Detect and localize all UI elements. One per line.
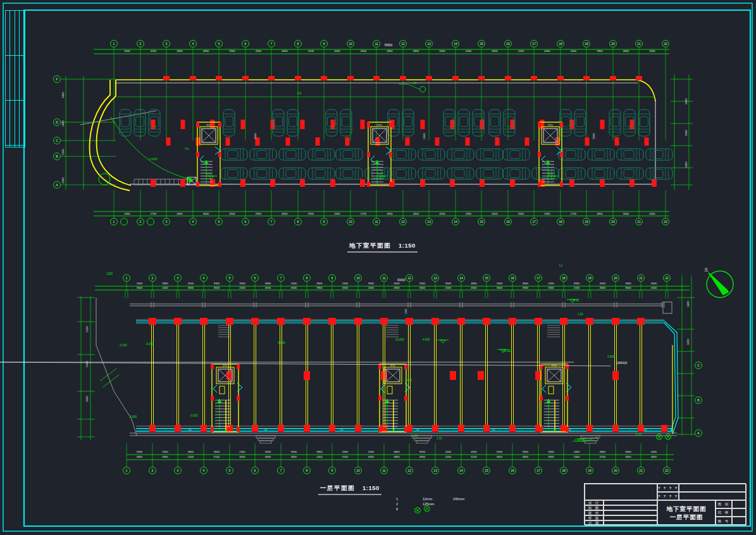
svg-text:2800: 2800 xyxy=(177,49,183,53)
svg-text:B: B xyxy=(56,154,58,158)
svg-text:5: 5 xyxy=(218,220,220,223)
car xyxy=(279,168,306,179)
svg-text:3300: 3300 xyxy=(124,212,130,215)
svg-text:14: 14 xyxy=(459,276,463,280)
svg-text:2400: 2400 xyxy=(497,282,503,285)
svg-text:5500: 5500 xyxy=(423,133,426,139)
svg-text:19: 19 xyxy=(588,276,592,280)
car xyxy=(223,110,235,136)
car xyxy=(250,168,276,179)
svg-text:15: 15 xyxy=(480,42,483,46)
title-block-project-label: ? ? ? ? xyxy=(657,492,679,500)
svg-text:6: 6 xyxy=(254,469,256,472)
svg-text:4800: 4800 xyxy=(265,455,271,458)
svg-text:17: 17 xyxy=(536,276,540,280)
svg-text:2: 2 xyxy=(152,469,154,472)
svg-text:6000: 6000 xyxy=(685,161,688,168)
svg-text:2M6420: 2M6420 xyxy=(617,362,628,365)
svg-text:19: 19 xyxy=(585,42,588,46)
svg-text:2: 2 xyxy=(140,220,142,223)
svg-text:15: 15 xyxy=(480,220,483,223)
title-block-label: 图 号 xyxy=(716,517,732,526)
svg-text:21: 21 xyxy=(637,42,641,46)
svg-text:A: A xyxy=(56,183,58,187)
svg-text:3000: 3000 xyxy=(445,282,452,285)
svg-text:3300: 3300 xyxy=(625,282,631,285)
svg-text:4500: 4500 xyxy=(439,212,445,215)
car xyxy=(389,149,416,160)
svg-text:5500: 5500 xyxy=(592,133,595,139)
svg-text:21: 21 xyxy=(637,220,641,223)
svg-text:3300: 3300 xyxy=(649,49,655,53)
svg-text:3.0: 3.0 xyxy=(297,92,302,95)
svg-text:4100: 4100 xyxy=(518,49,524,53)
svg-text:4000: 4000 xyxy=(124,49,130,53)
svg-text:9: 9 xyxy=(323,220,325,223)
svg-text:6: 6 xyxy=(245,220,247,223)
svg-text:3900: 3900 xyxy=(316,450,323,453)
svg-text:7: 7 xyxy=(280,276,282,280)
svg-text:5: 5 xyxy=(229,276,231,280)
svg-text:2800: 2800 xyxy=(61,120,65,127)
title-block-cell xyxy=(604,520,657,526)
svg-text:3.000: 3.000 xyxy=(130,415,137,419)
car xyxy=(287,110,299,136)
svg-text:3900: 3900 xyxy=(419,455,426,458)
svg-text:1: 1 xyxy=(126,276,128,280)
svg-text:13: 13 xyxy=(433,276,437,280)
svg-text:C1: C1 xyxy=(492,428,495,431)
title-block: 设 计 制 图 校 对 审 核 日 期 ? ? ? ? ? ? ? ? 地下室平… xyxy=(584,483,746,525)
svg-text:17: 17 xyxy=(532,42,536,46)
svg-text:3900: 3900 xyxy=(308,212,314,215)
title-block-cell xyxy=(604,500,657,505)
svg-text:2400: 2400 xyxy=(239,450,245,453)
svg-text:4800: 4800 xyxy=(188,450,194,453)
svg-text:3300: 3300 xyxy=(419,282,426,285)
svg-text:11: 11 xyxy=(375,42,378,46)
svg-text:21: 21 xyxy=(639,276,643,280)
svg-text:59900: 59900 xyxy=(385,44,393,47)
svg-text:7: 7 xyxy=(271,220,273,223)
svg-text:3900: 3900 xyxy=(162,282,168,285)
svg-text:3600: 3600 xyxy=(625,450,631,453)
svg-text:2100: 2100 xyxy=(85,326,89,332)
svg-text:2700: 2700 xyxy=(361,212,367,215)
svg-text:3600: 3600 xyxy=(686,301,690,307)
svg-text:2400: 2400 xyxy=(445,286,452,289)
svg-text:3900: 3900 xyxy=(291,455,297,458)
car xyxy=(221,149,247,160)
svg-text:12: 12 xyxy=(401,42,405,46)
title-block-cell xyxy=(604,515,657,520)
svg-text:4800: 4800 xyxy=(393,455,400,458)
svg-text:i=10%: i=10% xyxy=(149,158,158,161)
title-block-cell xyxy=(679,492,747,500)
svg-text:1500: 1500 xyxy=(404,308,407,315)
svg-text:F: F xyxy=(56,77,58,81)
svg-text:17: 17 xyxy=(532,220,536,223)
svg-text:2700: 2700 xyxy=(571,212,577,215)
svg-text:3600: 3600 xyxy=(419,450,426,453)
svg-text:11: 11 xyxy=(382,276,385,280)
svg-text:6: 6 xyxy=(254,276,256,280)
title-block-label: 设 计 xyxy=(585,500,604,505)
svg-text:C1: C1 xyxy=(340,428,344,431)
north-arrow: 北 xyxy=(704,267,733,298)
car xyxy=(250,149,276,160)
svg-text:12: 12 xyxy=(401,220,405,223)
svg-text:3000: 3000 xyxy=(239,282,245,285)
svg-text:2: 2 xyxy=(140,42,142,46)
svg-text:2400: 2400 xyxy=(316,455,323,458)
svg-text:3900: 3900 xyxy=(162,455,168,458)
svg-text:8: 8 xyxy=(297,42,299,46)
car xyxy=(489,110,500,136)
svg-text:4500: 4500 xyxy=(188,282,194,285)
svg-text:3600: 3600 xyxy=(203,212,209,215)
floor-canopy xyxy=(130,302,672,313)
svg-text:A: A xyxy=(697,431,700,435)
svg-text:2.600: 2.600 xyxy=(607,355,615,358)
svg-text:2500: 2500 xyxy=(61,149,65,155)
first-floor-plan-scale: 1:150 xyxy=(363,484,380,493)
svg-text:3000: 3000 xyxy=(497,450,503,453)
car xyxy=(120,110,131,136)
svg-text:22: 22 xyxy=(664,42,667,46)
